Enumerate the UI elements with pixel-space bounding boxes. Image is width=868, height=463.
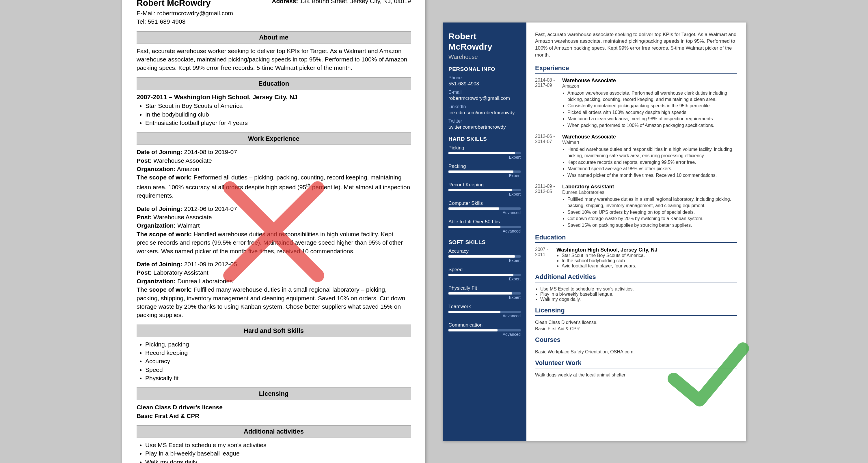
volunteer-text: Walk dogs weekly at the local animal she… (535, 372, 737, 377)
work-item-2: Date of Joining: 2012-06 to 2014-07 Post… (136, 204, 411, 255)
hard-skill-2: Packing Expert (448, 164, 521, 178)
tel-label: Tel: (136, 18, 146, 25)
soft-skill-5: Communication Advanced (448, 322, 521, 337)
twitter-value: twitter.com/robertmcrowdy (448, 124, 521, 130)
skill-item: Physically fit (145, 374, 411, 382)
exp-item-1: 2014-08 -2017-09 Warehouse Associate Ama… (535, 77, 737, 129)
work-scope-2: The scope of work: Handled warehouse dut… (136, 230, 411, 255)
email-label-right: E-mail (448, 90, 521, 95)
education-item: 2007-2011 – Washington High School, Jers… (136, 93, 411, 127)
licensing-content: Clean Class D driver's license Basic Fir… (136, 403, 411, 420)
work-join-1: Date of Joining: 2014-08 to 2019-07 (136, 148, 411, 156)
left-header-right: Address: 134 Bound Street, Jersey City, … (272, 0, 411, 26)
volunteer-title-right: Volunteer Work (535, 359, 737, 368)
left-header: Robert McRowdry E-Mail: robertmcrowdry@g… (136, 0, 411, 26)
edu-right-item: 2007 -2011 Washington High School, Jerse… (535, 247, 737, 269)
linkedin-value: linkedin.com/in/robertmcrowdy (448, 110, 521, 116)
email-value: robertmcrowdry@gmail.com (157, 10, 233, 16)
right-role: Warehouse (448, 54, 521, 60)
education-title-right: Education (535, 234, 737, 243)
edu-bullet: Enthusiastic football player for 4 years (145, 119, 411, 127)
edu-year-school: 2007-2011 – Washington High School, Jers… (136, 94, 298, 101)
hard-skill-5: Able to Lift Over 50 Lbs Advanced (448, 219, 521, 233)
phone-label: Phone (448, 75, 521, 80)
left-email: E-Mail: robertmcrowdry@gmail.com (136, 9, 233, 17)
tel-value: 551-689-4908 (148, 18, 186, 25)
experience-title-right: Experience (535, 64, 737, 73)
education-title-left: Education (136, 77, 411, 90)
soft-skills-heading: Soft Skills (448, 239, 521, 245)
courses-content: Basic Workplace Safety Orientation, OSHA… (535, 349, 737, 355)
soft-skill-4: Teamwork Advanced (448, 304, 521, 318)
left-header-left: Robert McRowdry E-Mail: robertmcrowdry@g… (136, 0, 233, 26)
work-org-2: Organization: Walmart (136, 221, 411, 230)
right-summary: Fast, accurate warehouse associate seeki… (535, 31, 737, 59)
soft-skill-3: Physically Fit Expert (448, 285, 521, 300)
right-name: Robert McRowdry (448, 31, 521, 52)
hard-skill-3: Record Keeping Expert (448, 182, 521, 196)
address-label: Address: (272, 0, 298, 4)
skills-list: Picking, packing Record keeping Accuracy… (136, 340, 411, 383)
work-org-3: Organization: Dunrea Laboratories (136, 277, 411, 285)
additional-right-content: Use MS Excel to schedule my son's activi… (535, 287, 737, 302)
additional-item: Walk my dogs daily (145, 458, 411, 463)
phone-value: 551-689-4908 (448, 81, 521, 87)
edu-bullet: Star Scout in Boy Scouts of America (145, 102, 411, 110)
hard-skills-heading: Hard Skills (448, 136, 521, 142)
edu-bullets: Star Scout in Boy Scouts of America In t… (145, 102, 411, 127)
work-post-1: Post: Warehouse Associate (136, 156, 411, 165)
skill-item: Accuracy (145, 357, 411, 365)
about-text: Fast, accurate warehouse worker seeking … (136, 47, 411, 72)
additional-title-left: Additional activities (136, 425, 411, 438)
soft-skill-1: Accuracy Expert (448, 249, 521, 263)
work-join-2: Date of Joining: 2012-06 to 2014-07 (136, 204, 411, 213)
work-item-1: Date of Joining: 2014-08 to 2019-07 Post… (136, 148, 411, 200)
left-resume: Robert McRowdry E-Mail: robertmcrowdry@g… (122, 0, 425, 463)
additional-item: Use MS Excel to schedule my son's activi… (145, 441, 411, 449)
email-value-right: robertmcrowdry@gmail.com (448, 96, 521, 101)
right-sidebar: Robert McRowdry Warehouse Personal Info … (443, 23, 526, 441)
address-line: Address: 134 Bound Street, Jersey City, … (272, 0, 411, 5)
additional-content: Use MS Excel to schedule my son's activi… (136, 441, 411, 463)
licensing-title-right: Licensing (535, 307, 737, 316)
license-2: Basic First Aid & CPR (136, 412, 411, 420)
about-title: About me (136, 31, 411, 44)
work-join-3: Date of Joining: 2011-09 to 2012-05 (136, 260, 411, 268)
skill-item: Record keeping (145, 349, 411, 357)
exp-item-2: 2012-06 -2014-07 Warehouse Associate Wal… (535, 134, 737, 178)
work-scope-3: The scope of work: Fulfilled many wareho… (136, 285, 411, 319)
twitter-label: Twitter (448, 119, 521, 124)
left-name: Robert McRowdry (136, 0, 233, 9)
work-title-left: Work Experience (136, 132, 411, 145)
left-tel: Tel: 551-689-4908 (136, 17, 233, 26)
work-post-2: Post: Warehouse Associate (136, 213, 411, 221)
linkedin-label: LinkedIn (448, 104, 521, 109)
licensing-title-left: Licensing (136, 388, 411, 400)
address-value: 134 Bound Street, Jersey City, NJ, 04019 (300, 0, 411, 4)
license-1: Clean Class D driver's license (136, 403, 411, 411)
additional-title-right: Additional Activities (535, 273, 737, 283)
work-scope-1: The scope of work: Performed all duties … (136, 173, 411, 200)
work-item-3: Date of Joining: 2011-09 to 2012-05 Post… (136, 260, 411, 319)
soft-skill-2: Speed Expert (448, 267, 521, 281)
courses-title-right: Courses (535, 336, 737, 345)
skill-item: Speed (145, 365, 411, 374)
right-resume: Robert McRowdry Warehouse Personal Info … (443, 23, 746, 441)
licensing-right-content: Clean Class D driver's license. Basic Fi… (535, 320, 737, 331)
skill-item: Picking, packing (145, 340, 411, 349)
hard-skill-1: Picking Expert (448, 145, 521, 160)
personal-info-heading: Personal Info (448, 66, 521, 72)
exp-item-3: 2011-09 -2012-05 Laboratory Assistant Du… (535, 184, 737, 229)
edu-bullet: In the bodybuilding club (145, 110, 411, 119)
work-post-3: Post: Laboratory Assistant (136, 268, 411, 277)
volunteer-content: Walk dogs weekly at the local animal she… (535, 372, 737, 377)
skills-title-left: Hard and Soft Skills (136, 325, 411, 337)
additional-item: Play in a bi-weekly baseball league (145, 449, 411, 458)
hard-skill-4: Computer Skills Advanced (448, 200, 521, 215)
work-org-1: Organization: Amazon (136, 165, 411, 173)
right-main: Fast, accurate warehouse associate seeki… (526, 23, 746, 441)
courses-text: Basic Workplace Safety Orientation, OSHA… (535, 349, 737, 355)
email-label: E-Mail: (136, 10, 155, 16)
